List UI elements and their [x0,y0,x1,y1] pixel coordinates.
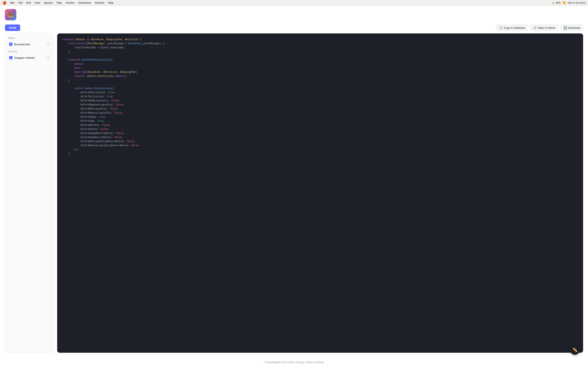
swapper-whitelist-label: Swapper whitelist [14,56,45,59]
footer-privacy-link[interactable]: Privacy [296,361,304,364]
battery-status: 🔋 30% [552,1,561,4]
access-section-label: ACCES [8,50,51,53]
clock: Sat 13 Jul 23:12 [568,1,586,4]
body-layout: FEES Bumping fees ? ACCES Swapper whitel… [0,33,588,358]
bumping-fees-checkbox[interactable] [9,43,12,46]
menu-file[interactable]: File [18,1,23,4]
menu-view[interactable]: View [35,1,40,4]
menu-tabs[interactable]: Tabs [56,1,62,4]
menubar-right: 🔋 30% 📶 Sat 13 Jul 23:12 [552,1,586,4]
menu-archive[interactable]: Archive [66,1,75,4]
remix-icon: 🔗 [533,26,536,29]
sidebar: FEES Bumping fees ? ACCES Swapper whitel… [5,33,54,353]
download-button[interactable]: ⬇️ Download [561,25,583,31]
footer-terms-link[interactable]: Terms of Service [306,361,324,364]
wifi-icon: 📶 [563,1,566,4]
menubar-left: 🍎 Arc File Edit View Spaces Tabs Archive… [2,1,113,5]
main-content: 🍩 Hook 📋 Copy to Clipboard 🔗 Open in Rem… [0,6,588,367]
swapper-whitelist-info-icon[interactable]: ? [46,56,50,59]
copy-clipboard-button[interactable]: 📋 Copy to Clipboard [496,25,528,31]
hook-button[interactable]: Hook [5,25,20,31]
fees-section-label: FEES [8,37,51,39]
fab-icon: ✏️ [572,347,578,352]
toolbar-actions: 📋 Copy to Clipboard 🔗 Open in Remix ⬇️ D… [496,25,583,31]
bumping-fees-label: Bumping fees [14,43,45,46]
toolbar: Hook 📋 Copy to Clipboard 🔗 Open in Remix… [0,22,588,33]
battery-icon: 🔋 [552,1,555,4]
footer-copyright: © OpenZeppelin 2017-2024 | [264,361,296,364]
swapper-whitelist-checkbox[interactable] [9,56,12,59]
menu-edit[interactable]: Edit [26,1,31,4]
menubar: 🍎 Arc File Edit View Spaces Tabs Archive… [0,0,588,6]
bumping-fees-info-icon[interactable]: ? [46,43,50,46]
apple-menu[interactable]: 🍎 [2,1,7,5]
footer: © OpenZeppelin 2017-2024 | Privacy | Ter… [0,358,588,367]
floating-action-button[interactable]: ✏️ [570,345,580,355]
menu-spaces[interactable]: Spaces [44,1,53,4]
code-editor: contract MyHook is BaseHook, BumpingFee,… [57,33,583,353]
sidebar-item-bumping-fees[interactable]: Bumping fees ? [8,42,51,47]
app-logo: 🍩 [5,9,16,20]
access-section: ACCES Swapper whitelist ? [8,50,51,60]
copy-icon: 📋 [499,26,502,29]
sidebar-item-swapper-whitelist[interactable]: Swapper whitelist ? [8,55,51,60]
menu-arc[interactable]: Arc [10,1,15,4]
menu-window[interactable]: Window [95,1,104,4]
download-icon: ⬇️ [563,26,567,29]
menu-help[interactable]: Help [108,1,113,4]
code-content[interactable]: contract MyHook is BaseHook, BumpingFee,… [57,33,583,156]
menu-extensions[interactable]: Extensions [78,1,91,4]
header-area: 🍩 [0,6,588,22]
open-remix-button[interactable]: 🔗 Open in Remix [530,25,558,31]
battery-percent: 30% [556,1,561,4]
